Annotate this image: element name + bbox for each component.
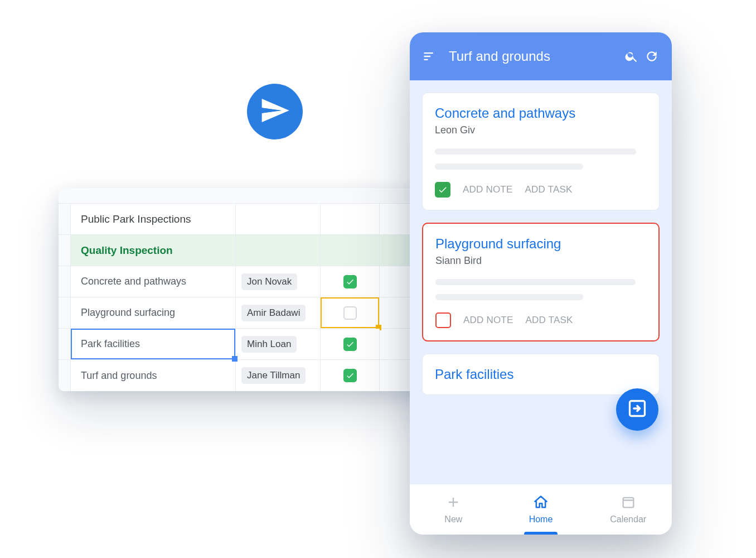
- row-gutter: [59, 360, 71, 391]
- assignee-chip: Minh Loan: [241, 336, 297, 353]
- bottom-nav: New Home Calendar: [410, 484, 672, 535]
- cell[interactable]: [236, 235, 321, 266]
- checkbox-icon[interactable]: [435, 182, 450, 198]
- skeleton-line: [435, 163, 583, 170]
- add-note-button[interactable]: ADD NOTE: [463, 315, 513, 326]
- sheet-gutter-top: [59, 188, 460, 204]
- table-row: Turf and grounds Jane Tillman: [59, 360, 460, 391]
- section-header-row: Quality Inspection: [59, 235, 460, 266]
- cell-task-label: Park facilities: [81, 338, 140, 350]
- spreadsheet-panel: Public Park Inspections Quality Inspecti…: [59, 188, 460, 391]
- plus-icon: [445, 494, 461, 512]
- cell[interactable]: [321, 235, 380, 266]
- task-card-alert[interactable]: Playground surfacing Siann Bird ADD NOTE…: [422, 223, 660, 341]
- card-title: Playground surfacing: [435, 236, 646, 252]
- cell-check[interactable]: [321, 329, 380, 359]
- nav-label: Calendar: [610, 514, 646, 525]
- sort-icon[interactable]: [420, 46, 440, 66]
- mobile-body: Concrete and pathways Leon Giv ADD NOTE …: [410, 80, 672, 484]
- checkbox-icon: [343, 369, 357, 382]
- sheet-title-row: Public Park Inspections: [59, 204, 460, 235]
- checkbox-icon[interactable]: [435, 312, 451, 328]
- nav-label: New: [444, 514, 462, 525]
- cell-check[interactable]: [321, 266, 380, 297]
- cell-task[interactable]: Concrete and pathways: [71, 266, 236, 297]
- card-actions: ADD NOTE ADD TASK: [435, 312, 646, 328]
- assignee-chip: Jane Tillman: [241, 367, 306, 384]
- nav-new[interactable]: New: [410, 484, 497, 535]
- cell-task[interactable]: Park facilities: [71, 329, 236, 359]
- table-row: Playground surfacing Amir Badawi: [59, 297, 460, 329]
- row-gutter: [59, 297, 71, 328]
- cell-assignee[interactable]: Minh Loan: [236, 329, 321, 359]
- skeleton-line: [435, 294, 583, 300]
- card-subtitle: Siann Bird: [435, 255, 646, 267]
- card-actions: ADD NOTE ADD TASK: [435, 182, 647, 198]
- add-note-button[interactable]: ADD NOTE: [463, 184, 512, 195]
- table-row: Park facilities Minh Loan: [59, 329, 460, 360]
- add-task-button[interactable]: ADD TASK: [525, 184, 572, 195]
- cell[interactable]: [321, 204, 380, 234]
- appbar-title: Turf and grounds: [449, 49, 622, 64]
- task-card[interactable]: Park facilities: [422, 354, 660, 395]
- cell-assignee[interactable]: Amir Badawi: [236, 297, 321, 328]
- checkbox-icon: [343, 275, 357, 288]
- refresh-icon[interactable]: [642, 46, 662, 66]
- svg-rect-1: [623, 498, 633, 508]
- cell[interactable]: [236, 204, 321, 234]
- card-title: Concrete and pathways: [435, 105, 647, 121]
- calendar-icon: [621, 494, 636, 512]
- app-bar: Turf and grounds: [410, 32, 672, 80]
- section-header[interactable]: Quality Inspection: [71, 235, 236, 266]
- skeleton-line: [435, 279, 636, 285]
- send-badge: [247, 84, 303, 140]
- nav-calendar[interactable]: Calendar: [584, 484, 672, 535]
- sheet-title[interactable]: Public Park Inspections: [71, 204, 236, 234]
- row-gutter: [59, 266, 71, 297]
- skeleton-line: [435, 148, 636, 155]
- home-icon: [533, 494, 549, 512]
- card-title: Park facilities: [435, 367, 647, 382]
- assignee-chip: Amir Badawi: [241, 305, 306, 321]
- assignee-chip: Jon Novak: [241, 273, 297, 290]
- task-card[interactable]: Concrete and pathways Leon Giv ADD NOTE …: [422, 93, 660, 210]
- mobile-mockup: Turf and grounds Concrete and pathways L…: [410, 32, 672, 535]
- checkbox-icon: [343, 306, 357, 320]
- row-gutter: [59, 329, 71, 359]
- cell-check[interactable]: [321, 360, 380, 391]
- cell-task[interactable]: Turf and grounds: [71, 360, 236, 391]
- fab-button[interactable]: [616, 388, 658, 431]
- paper-plane-icon: [259, 95, 290, 128]
- nav-home[interactable]: Home: [497, 484, 585, 535]
- add-task-button[interactable]: ADD TASK: [525, 315, 573, 326]
- cell-check[interactable]: [321, 297, 380, 328]
- table-row: Concrete and pathways Jon Novak: [59, 266, 460, 297]
- row-gutter: [59, 204, 71, 234]
- cell-assignee[interactable]: Jane Tillman: [236, 360, 321, 391]
- checkbox-icon: [343, 338, 357, 351]
- row-gutter: [59, 235, 71, 266]
- card-subtitle: Leon Giv: [435, 124, 647, 136]
- arrow-right-box-icon: [627, 398, 647, 421]
- cell-task[interactable]: Playground surfacing: [71, 297, 236, 328]
- nav-label: Home: [529, 514, 553, 525]
- search-icon[interactable]: [622, 46, 642, 66]
- cell-assignee[interactable]: Jon Novak: [236, 266, 321, 297]
